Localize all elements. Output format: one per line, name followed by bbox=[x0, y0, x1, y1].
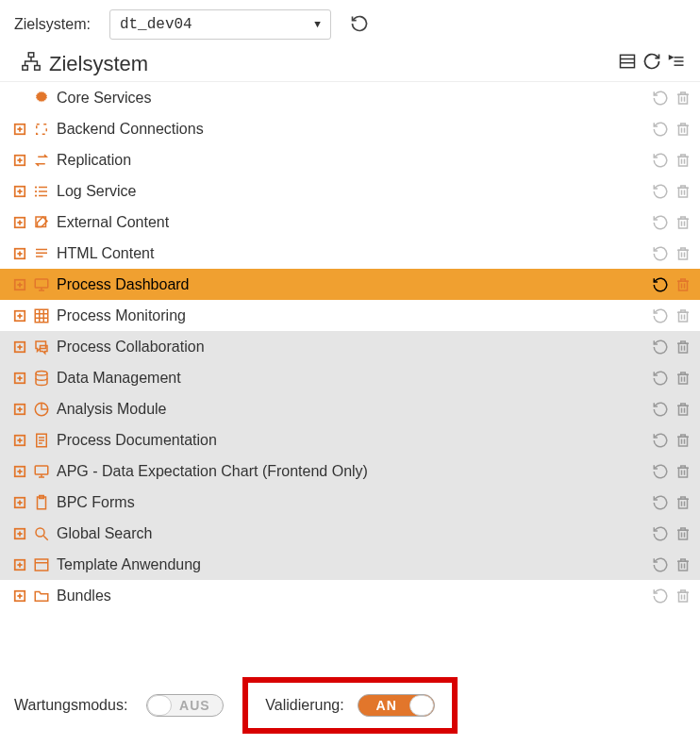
tree-row[interactable]: Process Dashboard bbox=[0, 269, 700, 300]
search-icon bbox=[32, 524, 51, 543]
tree-row[interactable]: Global Search bbox=[0, 518, 700, 549]
trash-icon[interactable] bbox=[674, 400, 692, 419]
tree-row-label[interactable]: Replication bbox=[57, 152, 645, 169]
trash-icon[interactable] bbox=[674, 338, 692, 356]
trash-icon[interactable] bbox=[674, 462, 692, 481]
tree-row-label[interactable]: Process Documentation bbox=[57, 432, 645, 449]
validation-label: Validierung: bbox=[265, 697, 343, 714]
expand-icon[interactable] bbox=[13, 527, 26, 540]
tree-row-label[interactable]: External Content bbox=[57, 214, 645, 231]
undo-icon[interactable] bbox=[651, 89, 670, 108]
undo-icon[interactable] bbox=[651, 462, 670, 481]
expand-icon[interactable] bbox=[13, 372, 26, 385]
expand-icon[interactable] bbox=[13, 185, 26, 198]
tree-row[interactable]: Core Services bbox=[0, 82, 700, 113]
trash-icon[interactable] bbox=[674, 244, 692, 263]
edit-icon bbox=[32, 213, 51, 232]
trash-icon[interactable] bbox=[674, 369, 692, 388]
tree-row[interactable]: Process Documentation bbox=[0, 424, 700, 455]
tree-row-label[interactable]: Process Monitoring bbox=[57, 307, 645, 324]
expand-icon[interactable] bbox=[13, 216, 26, 229]
trash-icon[interactable] bbox=[674, 555, 692, 574]
tree-row[interactable]: BPC Forms bbox=[0, 487, 700, 518]
tree-row[interactable]: Process Monitoring bbox=[0, 300, 700, 331]
tree-row-label[interactable]: Core Services bbox=[57, 90, 645, 107]
undo-icon[interactable] bbox=[651, 431, 670, 450]
refresh-all-icon[interactable] bbox=[642, 52, 661, 76]
tree-row-label[interactable]: Global Search bbox=[57, 525, 645, 542]
tree-row[interactable]: HTML Content bbox=[0, 238, 700, 269]
trash-icon[interactable] bbox=[674, 120, 692, 139]
expand-icon[interactable] bbox=[13, 465, 26, 478]
undo-icon[interactable] bbox=[651, 275, 670, 294]
expand-icon[interactable] bbox=[13, 340, 26, 354]
expand-icon[interactable] bbox=[13, 434, 26, 447]
refresh-button[interactable] bbox=[350, 14, 369, 36]
undo-icon[interactable] bbox=[651, 587, 670, 605]
undo-icon[interactable] bbox=[651, 369, 670, 388]
trash-icon[interactable] bbox=[674, 89, 692, 108]
list-view-icon[interactable] bbox=[618, 52, 637, 76]
tree-row[interactable]: Process Collaboration bbox=[0, 331, 700, 362]
tree-row[interactable]: Bundles bbox=[0, 580, 700, 611]
tree-row[interactable]: Template Anwendung bbox=[0, 549, 700, 580]
undo-icon[interactable] bbox=[651, 213, 670, 232]
expand-icon[interactable] bbox=[13, 403, 26, 416]
trash-icon[interactable] bbox=[674, 431, 692, 450]
tree: Core ServicesBackend ConnectionsReplicat… bbox=[0, 82, 700, 611]
expand-icon[interactable] bbox=[13, 309, 26, 323]
tree-row-label[interactable]: Log Service bbox=[57, 183, 645, 200]
expand-icon[interactable] bbox=[13, 123, 26, 136]
undo-icon[interactable] bbox=[651, 182, 670, 201]
tree-row-label[interactable]: APG - Data Expectation Chart (Frontend O… bbox=[57, 463, 645, 480]
tree-row[interactable]: External Content bbox=[0, 207, 700, 238]
trash-icon[interactable] bbox=[674, 275, 692, 294]
expand-icon[interactable] bbox=[13, 278, 26, 291]
tree-row-label[interactable]: Backend Connections bbox=[57, 121, 645, 138]
row-actions bbox=[651, 493, 692, 512]
tree-row-label[interactable]: Process Dashboard bbox=[57, 276, 645, 293]
tree-row-label[interactable]: Data Management bbox=[57, 370, 645, 387]
row-actions bbox=[651, 89, 692, 108]
trash-icon[interactable] bbox=[674, 213, 692, 232]
tree-row-label[interactable]: Process Collaboration bbox=[57, 339, 645, 356]
expand-icon[interactable] bbox=[13, 247, 26, 260]
trash-icon[interactable] bbox=[674, 587, 692, 605]
undo-icon[interactable] bbox=[651, 555, 670, 574]
undo-icon[interactable] bbox=[651, 400, 670, 419]
tree-row-label[interactable]: BPC Forms bbox=[57, 494, 645, 511]
trash-icon[interactable] bbox=[674, 182, 692, 201]
undo-icon[interactable] bbox=[651, 151, 670, 170]
undo-icon[interactable] bbox=[651, 493, 670, 512]
tree-row[interactable]: Data Management bbox=[0, 362, 700, 393]
undo-icon[interactable] bbox=[651, 524, 670, 543]
validation-toggle[interactable]: AN bbox=[358, 694, 435, 717]
maintenance-toggle[interactable]: AUS bbox=[146, 694, 224, 717]
undo-icon[interactable] bbox=[651, 306, 670, 325]
trash-icon[interactable] bbox=[674, 524, 692, 543]
undo-icon[interactable] bbox=[651, 338, 670, 356]
undo-icon[interactable] bbox=[651, 120, 670, 139]
toggle-knob bbox=[147, 695, 172, 716]
tree-row-label[interactable]: Bundles bbox=[57, 588, 645, 604]
tree-row[interactable]: Backend Connections bbox=[0, 113, 700, 144]
tree-row[interactable]: APG - Data Expectation Chart (Frontend O… bbox=[0, 455, 700, 487]
tree-row-label[interactable]: Template Anwendung bbox=[57, 556, 645, 573]
tree-row[interactable]: Replication bbox=[0, 144, 700, 175]
trash-icon[interactable] bbox=[674, 493, 692, 512]
tree-row[interactable]: Log Service bbox=[0, 175, 700, 207]
settings-list-icon[interactable] bbox=[667, 52, 686, 76]
trash-icon[interactable] bbox=[674, 151, 692, 170]
trash-icon[interactable] bbox=[674, 306, 692, 325]
target-system-select[interactable]: dt_dev04 ▼ bbox=[109, 9, 331, 40]
tree-row[interactable]: Analysis Module bbox=[0, 393, 700, 424]
tree-row-label[interactable]: HTML Content bbox=[57, 245, 645, 262]
gear-icon bbox=[32, 89, 51, 108]
expand-icon[interactable] bbox=[13, 496, 26, 509]
undo-icon[interactable] bbox=[651, 244, 670, 263]
expand-icon[interactable] bbox=[13, 589, 26, 603]
tree-row-label[interactable]: Analysis Module bbox=[57, 401, 645, 418]
expand-icon[interactable] bbox=[13, 154, 26, 167]
expand-icon[interactable] bbox=[13, 558, 26, 571]
swap-icon bbox=[32, 151, 51, 170]
